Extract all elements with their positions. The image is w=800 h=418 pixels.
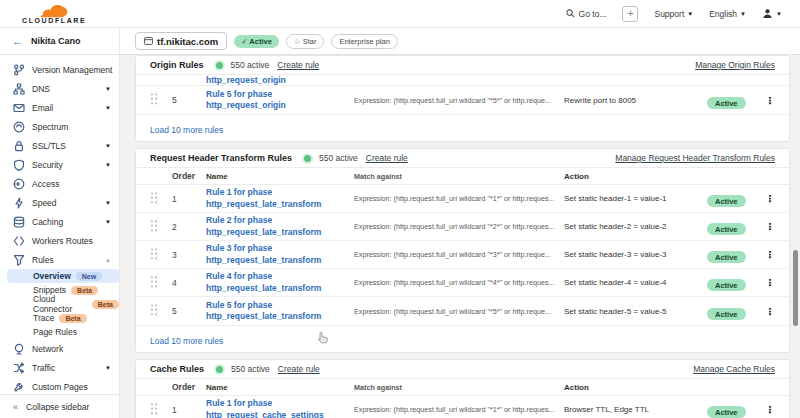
drag-handle-icon[interactable] xyxy=(150,247,157,260)
workers-icon xyxy=(13,235,25,247)
collapse-icon: « xyxy=(13,402,18,412)
rule-name-link[interactable]: Rule 5 for phase http_request_late_trans… xyxy=(206,300,354,323)
sidebar-item-workers-routes[interactable]: Workers Routes xyxy=(0,231,119,250)
sidebar-item-access[interactable]: Access xyxy=(0,174,119,193)
sidebar-subitem-cloud-connector[interactable]: Cloud Connector Beta xyxy=(0,297,119,311)
active-status-dot xyxy=(304,155,311,162)
dns-icon xyxy=(13,83,25,95)
sidebar-item-version-management[interactable]: Version Management xyxy=(0,60,119,79)
sidebar-subitem-page-rules[interactable]: Page Rules xyxy=(0,325,119,339)
column-match: Match against xyxy=(354,383,564,392)
drag-handle-icon[interactable] xyxy=(150,219,157,232)
sidebar-item-spectrum[interactable]: Spectrum xyxy=(0,117,119,136)
load-more-link[interactable]: Load 10 more rules xyxy=(150,125,223,135)
manage-rules-link[interactable]: Manage Request Header Transform Rules xyxy=(615,153,775,163)
rule-action: Rewrite port to 8005 xyxy=(564,96,707,105)
rule-name-link[interactable]: Rule 1 for phase http_request_cache_sett… xyxy=(206,398,354,418)
add-button[interactable]: + xyxy=(622,6,638,22)
create-rule-link[interactable]: Create rule xyxy=(278,364,320,374)
rule-name-link[interactable]: Rule 1 for phase http_request_late_trans… xyxy=(206,187,354,210)
column-action: Action xyxy=(564,172,707,181)
sidebar-subitem-overview[interactable]: Overview New xyxy=(7,269,119,283)
sidebar-item-rules[interactable]: Rules ▲ xyxy=(0,250,119,269)
status-badge: Active xyxy=(707,195,746,207)
section-request-header-transform-rules: Request Header Transform Rules 550 activ… xyxy=(135,148,790,353)
column-name: Name xyxy=(206,172,354,181)
scrollbar-thumb[interactable] xyxy=(793,250,798,326)
drag-handle-icon[interactable] xyxy=(150,402,157,415)
rule-row: 2 Rule 2 for phase http_request_late_tra… xyxy=(136,213,789,241)
shield-icon xyxy=(13,159,25,171)
caching-icon xyxy=(13,216,25,228)
zone-selector[interactable]: tf.nikitac.com xyxy=(135,32,227,50)
sidebar-item-ssl-tls[interactable]: SSL/TLS ▼ xyxy=(0,136,119,155)
main-content: Origin Rules 550 active Create rule Mana… xyxy=(120,55,800,418)
rule-name-link[interactable]: Rule 3 for phase http_request_late_trans… xyxy=(206,243,354,266)
sidebar-item-security[interactable]: Security ▼ xyxy=(0,155,119,174)
sidebar-item-email[interactable]: Email ▼ xyxy=(0,98,119,117)
user-menu[interactable]: ▼ xyxy=(762,8,782,19)
star-button[interactable]: ☆ Star xyxy=(286,34,325,49)
kebab-menu-icon[interactable]: ⋮ xyxy=(759,306,775,317)
chevron-up-icon: ▲ xyxy=(105,257,111,263)
kebab-menu-icon[interactable]: ⋮ xyxy=(759,193,775,204)
rule-action: Set static header-2 = value-2 xyxy=(564,222,707,231)
create-rule-link[interactable]: Create rule xyxy=(366,153,408,163)
section-title: Cache Rules xyxy=(150,364,204,374)
badge: New xyxy=(76,272,102,281)
drag-handle-icon[interactable] xyxy=(150,92,157,105)
rule-name-link[interactable]: http_request_origin xyxy=(206,75,354,86)
support-menu[interactable]: Support▼ xyxy=(654,9,693,19)
network-icon xyxy=(13,343,25,355)
kebab-menu-icon[interactable]: ⋮ xyxy=(759,277,775,288)
account-name: Nikita Cano xyxy=(31,36,81,46)
load-more-link[interactable]: Load 10 more rules xyxy=(150,336,223,346)
rule-row: 1 Rule 1 for phase http_request_late_tra… xyxy=(136,185,789,213)
zone-status-badge: ✓ Active xyxy=(234,35,279,48)
chevron-down-icon: ▼ xyxy=(776,11,782,17)
rule-row: 3 Rule 3 for phase http_request_late_tra… xyxy=(136,241,789,269)
drag-handle-icon[interactable] xyxy=(150,275,157,288)
goto-search[interactable]: Go to... xyxy=(566,9,607,19)
drag-handle-icon[interactable] xyxy=(150,303,157,316)
drag-handle-icon[interactable] xyxy=(150,191,157,204)
kebab-menu-icon[interactable]: ⋮ xyxy=(759,221,775,232)
back-arrow-icon[interactable]: ← xyxy=(12,35,23,47)
column-name: Name xyxy=(206,383,354,392)
rule-expression: Expression: (http.request.full_uri wildc… xyxy=(354,250,564,259)
sidebar-item-network[interactable]: Network xyxy=(0,339,119,358)
kebab-menu-icon[interactable]: ⋮ xyxy=(759,95,775,106)
rule-name-link[interactable]: Rule 2 for phase http_request_late_trans… xyxy=(206,215,354,238)
email-icon xyxy=(13,102,25,114)
lock-icon xyxy=(13,140,25,152)
sidebar-item-speed[interactable]: Speed ▼ xyxy=(0,193,119,212)
kebab-menu-icon[interactable]: ⋮ xyxy=(759,249,775,260)
sidebar-item-dns[interactable]: DNS ▼ xyxy=(0,79,119,98)
rule-row: 1 Rule 1 for phase http_request_cache_se… xyxy=(136,396,789,418)
pages-icon xyxy=(13,381,25,393)
sidebar-item-traffic[interactable]: Traffic ▼ xyxy=(0,358,119,377)
rule-expression: Expression: (http.request.full_uri wildc… xyxy=(354,194,564,203)
column-action: Action xyxy=(564,383,707,392)
cloudflare-logo[interactable]: CLOUDFLARE xyxy=(22,5,86,24)
rule-action: Set static header-5 = value-5 xyxy=(564,307,707,316)
status-badge: Active xyxy=(707,308,746,320)
search-icon xyxy=(566,9,575,18)
language-menu[interactable]: English▼ xyxy=(709,9,746,19)
branch-icon xyxy=(13,64,25,76)
manage-rules-link[interactable]: Manage Origin Rules xyxy=(695,60,775,70)
collapse-sidebar-button[interactable]: « Collapse sidebar xyxy=(0,394,119,418)
create-rule-link[interactable]: Create rule xyxy=(277,60,319,70)
kebab-menu-icon[interactable]: ⋮ xyxy=(759,404,775,415)
manage-rules-link[interactable]: Manage Cache Rules xyxy=(693,364,775,374)
status-badge: Active xyxy=(707,251,746,263)
rule-name-link[interactable]: Rule 5 for phase http_request_origin xyxy=(206,89,354,112)
rule-order: 5 xyxy=(172,95,206,105)
sidebar-item-caching[interactable]: Caching ▼ xyxy=(0,212,119,231)
rule-expression: Expression: (http.request.full_uri wildc… xyxy=(354,405,564,414)
table-column-headers: Order Name Match against Action xyxy=(136,168,789,185)
rule-order: 4 xyxy=(172,278,206,288)
account-header[interactable]: ← Nikita Cano xyxy=(0,28,120,54)
rule-name-link[interactable]: Rule 4 for phase http_request_late_trans… xyxy=(206,271,354,294)
sidebar-item-custom-pages[interactable]: Custom Pages xyxy=(0,377,119,394)
